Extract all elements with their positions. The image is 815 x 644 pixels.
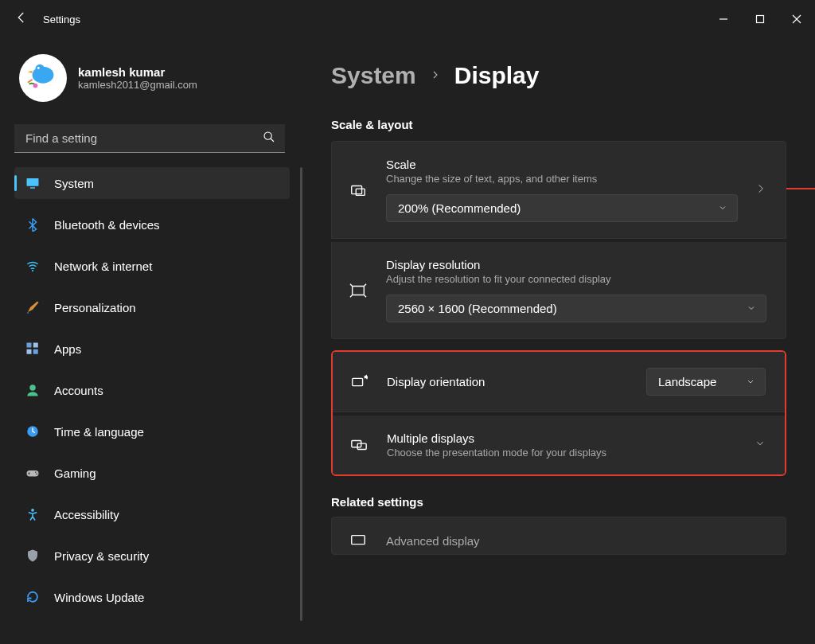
scale-value: 200% (Recommended) — [398, 201, 521, 215]
sidebar-item-bluetooth[interactable]: Bluetooth & devices — [14, 209, 290, 240]
sidebar-item-label: Bluetooth & devices — [54, 218, 160, 232]
sidebar: kamlesh kumar kamlesh2011@gmail.com Syst… — [0, 38, 302, 644]
scale-select[interactable]: 200% (Recommended) — [386, 194, 738, 222]
sidebar-item-label: Accessibility — [54, 508, 119, 521]
svg-rect-23 — [353, 378, 363, 385]
app-title: Settings — [43, 14, 80, 25]
system-icon — [25, 176, 40, 190]
sidebar-item-label: Time & language — [54, 425, 144, 439]
sidebar-item-label: System — [54, 177, 94, 190]
advanced-display-icon — [348, 532, 369, 549]
maximize-button[interactable] — [742, 1, 778, 37]
multiple-displays-card[interactable]: Multiple displays Choose the presentatio… — [333, 416, 785, 474]
resolution-subtitle: Adjust the resolution to fit your connec… — [386, 273, 766, 285]
sidebar-item-privacy[interactable]: Privacy & security — [14, 540, 290, 572]
sidebar-item-windows-update[interactable]: Windows Update — [14, 581, 290, 613]
search-icon — [263, 131, 275, 146]
scale-title: Scale — [386, 158, 738, 171]
breadcrumb-current: Display — [454, 62, 540, 89]
highlight-annotation: Display orientation Landscape Multiple d… — [331, 350, 786, 476]
scale-card[interactable]: Scale Change the size of text, apps, and… — [331, 141, 786, 239]
avatar — [19, 54, 67, 102]
paintbrush-icon — [25, 300, 40, 314]
svg-point-13 — [29, 384, 36, 391]
sidebar-item-label: Privacy & security — [54, 549, 149, 563]
svg-point-17 — [36, 474, 37, 475]
svg-rect-9 — [27, 343, 32, 348]
chevron-down-icon — [747, 302, 756, 315]
chevron-right-icon — [431, 68, 440, 83]
scale-icon — [348, 181, 369, 199]
svg-point-16 — [35, 471, 37, 473]
update-icon — [25, 590, 40, 604]
svg-rect-6 — [27, 178, 39, 186]
multiple-displays-icon — [349, 436, 369, 454]
scale-subtitle: Change the size of text, apps, and other… — [386, 173, 738, 185]
shield-icon — [25, 548, 40, 563]
orientation-value: Landscape — [658, 375, 716, 388]
user-profile[interactable]: kamlesh kumar kamlesh2011@gmail.com — [14, 46, 302, 119]
svg-point-18 — [31, 509, 34, 512]
sidebar-item-time-language[interactable]: Time & language — [14, 416, 290, 447]
sidebar-item-label: Personalization — [54, 301, 136, 314]
chevron-down-icon — [718, 201, 727, 215]
svg-point-8 — [32, 270, 33, 271]
multiple-displays-title: Multiple displays — [387, 431, 737, 445]
svg-point-5 — [264, 132, 271, 139]
orientation-select[interactable]: Landscape — [646, 368, 766, 396]
accessibility-icon — [25, 507, 40, 521]
svg-rect-11 — [27, 349, 32, 354]
svg-rect-0 — [757, 16, 764, 23]
advanced-display-title: Advanced display — [386, 534, 766, 548]
svg-point-3 — [37, 67, 40, 69]
sidebar-item-label: Windows Update — [54, 591, 144, 604]
sidebar-item-label: Accounts — [54, 384, 103, 397]
search-box[interactable] — [14, 124, 285, 153]
orientation-card[interactable]: Display orientation Landscape — [333, 352, 785, 412]
svg-rect-20 — [352, 185, 362, 193]
scale-layout-heading: Scale & layout — [331, 118, 786, 131]
close-button[interactable] — [778, 1, 815, 37]
orientation-title: Display orientation — [387, 375, 629, 388]
profile-email: kamlesh2011@gmail.com — [78, 79, 197, 91]
person-icon — [25, 383, 40, 397]
sidebar-item-gaming[interactable]: Gaming — [14, 457, 290, 489]
sidebar-item-label: Gaming — [54, 466, 96, 480]
bluetooth-icon — [25, 217, 40, 232]
svg-point-4 — [33, 84, 38, 88]
resolution-value: 2560 × 1600 (Recommended) — [398, 302, 557, 315]
minimize-button[interactable] — [705, 1, 742, 37]
multiple-displays-subtitle: Choose the presentation mode for your di… — [387, 447, 737, 459]
related-settings-heading: Related settings — [331, 495, 786, 509]
resolution-card[interactable]: Display resolution Adjust the resolution… — [331, 242, 786, 339]
sidebar-item-system[interactable]: System — [14, 167, 290, 199]
sidebar-item-accounts[interactable]: Accounts — [14, 374, 290, 406]
sidebar-item-label: Apps — [54, 342, 81, 356]
resolution-title: Display resolution — [386, 258, 766, 271]
sidebar-item-apps[interactable]: Apps — [14, 333, 290, 365]
svg-rect-22 — [353, 286, 365, 295]
titlebar: Settings — [0, 0, 815, 38]
breadcrumb-parent[interactable]: System — [331, 62, 416, 89]
advanced-display-card[interactable]: Advanced display — [331, 517, 786, 555]
svg-rect-7 — [30, 187, 35, 189]
apps-icon — [25, 342, 40, 356]
sidebar-item-label: Network & internet — [54, 260, 152, 273]
svg-rect-26 — [352, 536, 365, 544]
nav-list: System Bluetooth & devices Network & int… — [14, 167, 302, 621]
orientation-icon — [349, 373, 369, 391]
breadcrumb: System Display — [331, 62, 786, 89]
sidebar-item-network[interactable]: Network & internet — [14, 250, 290, 282]
resolution-select[interactable]: 2560 × 1600 (Recommended) — [386, 295, 766, 322]
sidebar-item-personalization[interactable]: Personalization — [14, 291, 290, 323]
chevron-down-icon — [746, 375, 755, 388]
clock-globe-icon — [25, 424, 40, 439]
search-input[interactable] — [14, 124, 285, 153]
main-content: System Display Scale & layout Scale — [302, 38, 815, 644]
chevron-right-icon — [755, 183, 766, 197]
svg-rect-12 — [33, 349, 38, 354]
svg-point-2 — [35, 64, 44, 74]
back-button[interactable] — [14, 10, 29, 28]
profile-name: kamlesh kumar — [78, 65, 197, 79]
sidebar-item-accessibility[interactable]: Accessibility — [14, 498, 290, 530]
